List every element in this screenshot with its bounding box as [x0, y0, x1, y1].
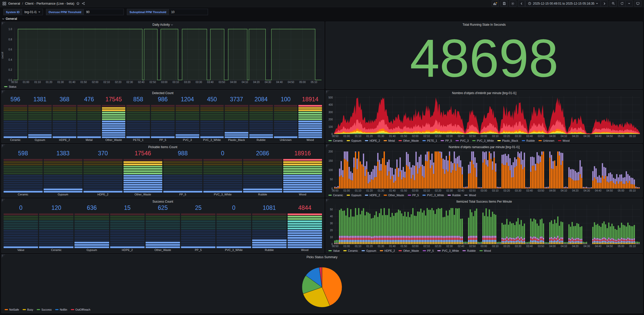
legend-item[interactable]: HDPE_2 — [365, 139, 380, 142]
panel-info-corner[interactable]: i — [2, 144, 5, 148]
x-axis-tick-label: 02:20 — [435, 189, 441, 192]
gauge-cell — [176, 130, 199, 131]
legend-item[interactable]: Wood — [464, 194, 476, 197]
legend-item[interactable]: Wood — [479, 249, 491, 252]
x-axis-tick-label: 03:00 — [481, 189, 487, 192]
gauge-cell — [151, 112, 175, 113]
panel-info-corner[interactable]: i — [2, 90, 5, 94]
legend-series-label: HDPE_2 — [384, 249, 395, 252]
legend-item[interactable]: PVC_3_White — [422, 194, 444, 197]
legend-item[interactable]: Other_Waste — [399, 249, 419, 252]
legend-item[interactable]: PVC_3_White — [472, 139, 494, 142]
row-header-general[interactable]: General — [2, 17, 17, 21]
share-icon[interactable] — [82, 2, 85, 5]
gauge-cell — [146, 216, 180, 218]
suboptimal-threshold-input[interactable]: 10 — [169, 9, 208, 15]
gauge-cell — [283, 173, 322, 174]
x-axis-tick-label: 01:10 — [355, 245, 361, 248]
panel-info-corner[interactable]: i — [326, 144, 330, 148]
panel-info-corner[interactable]: i — [2, 22, 5, 26]
refresh-interval-dropdown[interactable] — [626, 1, 633, 7]
breadcrumb-root[interactable]: General — [8, 2, 20, 5]
gauge-cell — [39, 232, 73, 234]
legend-item[interactable]: PVC_3 — [456, 139, 469, 142]
legend-item[interactable]: NoBin — [55, 308, 67, 311]
itemized-success-chart[interactable] — [334, 204, 640, 245]
legend-item[interactable]: HDPE_2 — [365, 194, 380, 197]
gauge-cell — [146, 244, 180, 246]
legend-item[interactable]: Rubble — [448, 194, 461, 197]
legend-item[interactable]: Metal — [384, 139, 395, 142]
star-icon[interactable] — [76, 2, 80, 5]
legend-item[interactable]: Success — [37, 308, 52, 311]
gauge-cell — [4, 244, 38, 246]
gauge-cell — [298, 127, 322, 129]
x-axis-tick-label: 02:00 — [412, 189, 419, 192]
gauge-category-label: PETE_1 — [126, 138, 150, 143]
panel-title[interactable]: Nombre d'objets d'intérêt par minute [br… — [326, 90, 642, 96]
time-shift-left-button[interactable] — [518, 1, 525, 7]
panel-title[interactable]: Itemized Total Success Items Per Minute — [326, 199, 642, 204]
x-axis-tick-label: 04:40 — [276, 81, 283, 84]
legend-item[interactable]: Other_Waste — [399, 139, 419, 142]
panel-info-corner[interactable]: i — [2, 199, 5, 203]
save-dashboard-button[interactable] — [500, 1, 508, 7]
legend-item[interactable]: PVC_3_White — [437, 249, 459, 252]
legend-item[interactable]: HDPE_2 — [380, 249, 395, 252]
time-shift-right-button[interactable] — [601, 1, 608, 7]
legend-item[interactable]: Unknown — [538, 139, 554, 142]
legend-item[interactable]: Gypsum — [347, 194, 361, 197]
legend-item[interactable]: Gypsum — [347, 139, 361, 142]
legend-item[interactable]: NotSafe — [5, 308, 19, 311]
legend-item[interactable]: Plastic_Black — [497, 139, 518, 142]
legend-item[interactable]: Rubble — [522, 139, 535, 142]
cycle-view-mode-button[interactable] — [634, 1, 641, 7]
legend-item[interactable]: Value — [328, 249, 340, 252]
gauge-cell — [4, 184, 43, 186]
legend-item[interactable]: PP_5 — [441, 139, 452, 142]
zoom-out-button[interactable] — [610, 1, 617, 7]
legend-item[interactable]: Rubble — [462, 249, 476, 252]
time-range-picker[interactable]: 2025-12-15 00:49:01 to 2025-12-15 05:16:… — [525, 1, 601, 7]
settings-button[interactable] — [509, 1, 516, 7]
daily-activity-chart[interactable] — [13, 28, 321, 80]
apps-grid-icon[interactable] — [3, 2, 6, 5]
legend-item[interactable]: OutOfReach — [71, 308, 90, 311]
panel-info-corner[interactable]: i — [326, 90, 330, 94]
panel-title[interactable]: Daily Activity — [2, 22, 324, 28]
add-panel-button[interactable] — [492, 1, 499, 7]
legend-item[interactable]: PP_5 — [408, 194, 419, 197]
overuse-threshold-input[interactable]: 90 — [84, 9, 124, 15]
legend-item[interactable]: Ceramic — [343, 249, 358, 252]
gauge-cell — [249, 127, 273, 129]
panel-title[interactable]: Success Count — [2, 199, 324, 204]
gauge-cell — [28, 105, 52, 107]
legend-series-color — [380, 250, 383, 251]
legend-item[interactable]: Other_Waste — [384, 194, 404, 197]
picks-status-pie-chart[interactable] — [298, 264, 346, 309]
gauge-cell — [4, 213, 38, 215]
panel-title[interactable]: Total Running State In Seconds — [326, 22, 642, 28]
panel-title[interactable]: Picks Status Summary — [2, 254, 642, 260]
legend-item[interactable]: Busy — [23, 308, 33, 311]
legend-item[interactable]: Ceramic — [328, 139, 343, 142]
panel-title[interactable]: Nombre d'objets ramassables par minute [… — [326, 144, 642, 150]
panel-title[interactable]: Pickable Items Count — [2, 144, 324, 150]
breadcrumb-page[interactable]: Client - Performance (Live - beta) — [25, 2, 74, 5]
legend-item[interactable]: Gypsum — [362, 249, 376, 252]
objets-interet-chart[interactable] — [334, 96, 640, 134]
system-id-select[interactable]: brg-01-l1 — [22, 9, 43, 15]
legend-item[interactable]: Ceramic — [328, 194, 343, 197]
panel-info-corner[interactable]: i — [326, 199, 330, 203]
legend-item[interactable]: Wood — [558, 139, 570, 142]
objets-ramassables-chart[interactable] — [334, 150, 640, 189]
gauge-cell — [216, 230, 251, 232]
legend-item[interactable]: PP_5 — [423, 249, 434, 252]
legend-item[interactable]: Status — [4, 85, 16, 88]
legend-item[interactable]: PETE_1 — [422, 139, 437, 142]
gauge-cell — [74, 216, 109, 218]
panel-info-corner[interactable]: i — [2, 254, 5, 258]
panel-title[interactable]: Detected Count — [2, 90, 324, 96]
x-axis-tick-label: 02:00 — [92, 81, 98, 84]
refresh-button[interactable] — [618, 1, 626, 7]
